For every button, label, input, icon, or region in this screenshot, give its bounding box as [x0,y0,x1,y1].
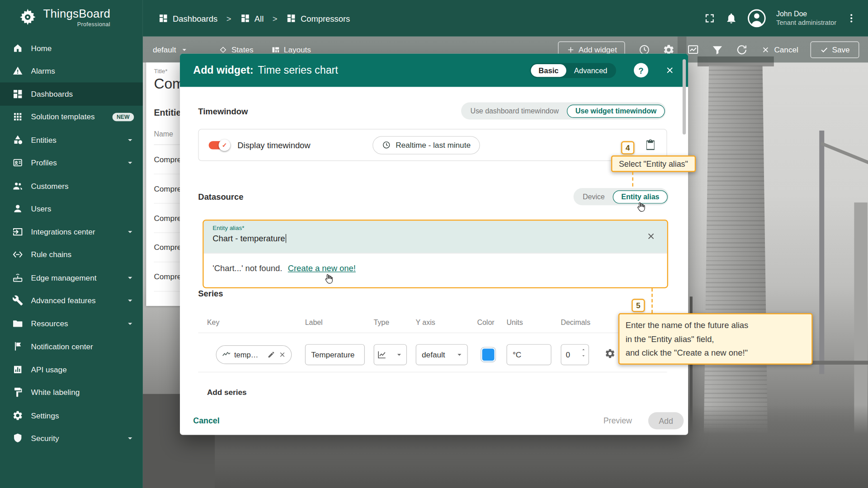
device-option[interactable]: Device [575,190,613,204]
sidebar-item-settings[interactable]: Settings [0,404,143,427]
dialog-header: Add widget: Time series chart Basic Adva… [180,54,688,87]
timewindow-mode-toggle: Use dashboard timewindow Use widget time… [461,103,666,120]
layouts-button[interactable]: Layouts [271,45,311,54]
sidebar-item-users[interactable]: Users [0,197,143,221]
sidebar-item-advanced-features[interactable]: Advanced features [0,289,143,312]
app-logo[interactable]: ThingsBoard Professional [0,0,143,27]
dialog-title: Time series chart [258,64,338,76]
series-type-select[interactable] [374,344,407,366]
cursor-hand-on-entity-alias [636,202,646,212]
add-series-button[interactable]: Add series [207,384,247,401]
alias-not-found-text: 'Chart...' not found. [212,263,282,273]
sidebar-item-rule-chains[interactable]: Rule chains [0,243,143,266]
mode-basic[interactable]: Basic [531,64,566,76]
sidebar-item-security[interactable]: Security [0,427,143,450]
sidebar-item-integrations-center[interactable]: Integrations center [0,220,143,243]
dialog-preview-button[interactable]: Preview [604,416,632,425]
user-name: John Doe [776,9,836,19]
dialog-cancel-button[interactable]: Cancel [193,416,219,425]
version-history-icon[interactable] [736,43,748,56]
column-header: Type [374,318,390,326]
sidebar-item-edge-management[interactable]: Edge management [0,266,143,289]
sidebar-item-entities[interactable]: Entities [0,128,143,151]
widget-gallery-icon[interactable] [687,43,699,56]
sidebar-nav: HomeAlarmsDashboardsSolution templatesNE… [0,37,143,450]
sidebar-item-label: Dashboards [31,89,135,99]
header-actions: John Doe Tenant administrator [704,8,857,28]
sidebar-item-notification-center[interactable]: Notification center [0,335,143,358]
app-window: ThingsBoard Professional HomeAlarmsDashb… [0,0,868,488]
create-new-alias-link[interactable]: Create a new one! [288,263,356,273]
step-up-icon[interactable] [580,347,586,352]
series-color-swatch[interactable] [481,347,495,362]
warning-icon [12,66,23,76]
series-units-field[interactable]: °C [506,344,551,366]
sidebar-item-label: Customers [31,181,135,190]
sidebar-item-alarms[interactable]: Alarms [0,60,143,83]
remove-key-icon[interactable] [278,351,286,358]
breadcrumb-separator: > [273,14,278,23]
series-settings-icon[interactable] [604,348,615,359]
display-timewindow-toggle[interactable]: ✓ [209,141,229,149]
folder-icon [12,318,23,329]
thingsboard-logo-icon [18,7,38,27]
series-heading: Series [198,289,223,298]
chevron-down-icon [125,296,135,305]
dashboards-icon [12,89,23,99]
fullscreen-icon[interactable] [704,12,716,24]
tutorial-connector-4 [632,172,633,187]
breadcrumb-label: Dashboards [173,14,217,23]
series-decimals-stepper[interactable]: 0 [561,344,589,366]
sidebar-item-resources[interactable]: Resources [0,312,143,335]
clear-field-icon[interactable] [646,231,656,241]
sidebar-item-profiles[interactable]: Profiles [0,151,143,174]
use-dashboard-timewindow-option[interactable]: Use dashboard timewindow [462,104,567,118]
edit-key-icon[interactable] [267,351,275,358]
sidebar-item-api-usage[interactable]: API usage [0,358,143,381]
use-widget-timewindow-option[interactable]: Use widget timewindow [567,104,665,117]
kebab-menu-icon[interactable] [846,13,857,23]
series-key-chip[interactable]: temp… [216,345,292,364]
breadcrumb-item[interactable]: All [240,13,264,23]
series-yaxis-select[interactable]: default [416,344,468,366]
breadcrumb: Dashboards>All>Compressors [158,13,350,23]
breadcrumb-item[interactable]: Dashboards [158,13,217,23]
input-icon [12,226,23,237]
breadcrumb-label: Compressors [301,14,350,23]
filter-icon[interactable] [712,43,724,56]
notifications-bell-icon[interactable] [725,12,737,24]
state-selector[interactable]: default [153,45,189,54]
states-label: States [231,45,254,54]
dialog-close-icon[interactable] [665,65,675,75]
sidebar-item-label: Settings [31,411,135,420]
breadcrumb-item[interactable]: Compressors [286,13,350,23]
save-button[interactable]: Save [811,41,859,58]
copy-timewindow-icon[interactable] [644,139,656,151]
entity-alias-field-value: Chart - temperature [212,234,658,243]
stepper-arrows[interactable] [580,347,586,359]
step-down-icon[interactable] [580,353,586,358]
chevron-down-icon [180,45,189,54]
sidebar-item-home[interactable]: Home [0,37,143,60]
modal-scrollbar-thumb[interactable] [683,59,686,135]
entity-alias-field[interactable]: Entity alias* Chart - temperature [204,221,667,253]
sidebar-item-white-labeling[interactable]: White labeling [0,381,143,404]
avatar[interactable] [747,8,767,28]
series-units-value: °C [513,350,521,359]
chevron-down-icon [125,227,135,237]
build-icon [12,295,23,306]
sidebar-item-dashboards[interactable]: Dashboards [0,82,143,105]
mode-advanced[interactable]: Advanced [566,64,615,76]
dialog-add-button[interactable]: Add [648,412,684,429]
sidebar-item-solution-templates[interactable]: Solution templatesNEW [0,105,143,128]
help-button[interactable]: ? [634,63,648,78]
add-widget-dialog: Add widget: Time series chart Basic Adva… [180,54,688,435]
states-button[interactable]: States [219,45,254,54]
series-label-field[interactable]: Temperature [305,344,365,366]
sidebar-item-customers[interactable]: Customers [0,174,143,197]
badge-icon [12,157,23,168]
save-label: Save [832,45,850,54]
cancel-edit-button[interactable]: Cancel [761,45,798,54]
realtime-timewindow-button[interactable]: Realtime - last minute [373,136,480,154]
router-icon [12,272,23,283]
